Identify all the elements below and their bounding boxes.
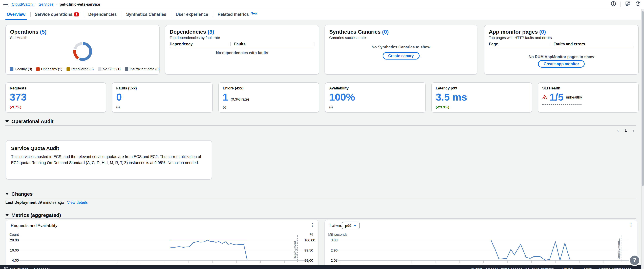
kpi-faults-label: Faults (5xx) [112, 83, 212, 90]
kpi-availability-label: Availability [325, 83, 425, 90]
notification-badge: 1 [74, 13, 79, 17]
dependencies-card: Dependencies (3) Top dependencies by fau… [165, 25, 319, 75]
tab-service-operations-label: Service operations [35, 12, 72, 17]
feedback-button[interactable]: Feedback [34, 267, 50, 269]
tab-synthetics-canaries[interactable]: Synthetics Canaries [122, 9, 171, 20]
settings-hexagon-icon[interactable] [635, 1, 641, 8]
tab-user-experience[interactable]: User experience [171, 9, 213, 20]
legend-item: No SLO (1) [98, 67, 120, 71]
tab-related-metrics[interactable]: Related metrics New [213, 9, 262, 20]
page-scrollbar[interactable] [641, 9, 644, 269]
legend-swatch [125, 67, 128, 71]
app-monitor-count[interactable]: (0) [539, 29, 546, 35]
synthetics-count[interactable]: (0) [382, 29, 389, 35]
sli-health-value-group[interactable]: 1/5 unhealthy [542, 92, 582, 105]
legend-swatch [98, 67, 102, 71]
tab-bar: Overview Service operations 1 Dependenci… [0, 9, 641, 20]
kpi-availability-value: 100% [329, 92, 355, 103]
kpi-latency-delta: (-23.3%) [436, 105, 449, 109]
requests-availability-chart[interactable]: 09:0009:0509:1009:1509:2009:2509:3009:35… [6, 220, 318, 269]
next-page-icon[interactable]: › [632, 128, 634, 133]
changes-title: Changes [12, 191, 33, 197]
kpi-value-text: 1 [223, 92, 228, 103]
operations-count[interactable]: (5) [40, 29, 46, 35]
dependencies-count[interactable]: (3) [208, 29, 214, 35]
tab-service-operations[interactable]: Service operations 1 [30, 9, 84, 20]
changes-section-header[interactable]: Changes [6, 191, 33, 197]
cookie-preferences-link[interactable]: Cookie preferences [599, 267, 631, 269]
column-page[interactable]: Page [489, 42, 550, 46]
column-dependency[interactable]: Dependency [170, 42, 230, 46]
legend-label: Unhealthy (1) [41, 67, 62, 71]
kpi-sli-health-card: SLI Health 1/5 unhealthy [538, 82, 638, 113]
view-details-link[interactable]: View details [67, 200, 88, 204]
sli-health-ratio: 1/5 [550, 92, 564, 102]
chart-canvas: 09:0009:0509:1009:1509:2009:2509:3009:35… [6, 220, 318, 269]
kpi-errors-rate: (0.3% rate) [230, 97, 249, 101]
column-faults[interactable]: Faults [230, 42, 314, 46]
breadcrumb-current-service: pet-clinic-vets-service [60, 2, 100, 7]
previous-page-icon[interactable]: ‹ [617, 128, 619, 133]
latency-chart[interactable]: 09:0009:0509:1009:1509:2009:2509:3009:35… [325, 220, 637, 269]
kpi-requests-value: 373 [10, 92, 26, 103]
y-axis-label-left: Milliseconds [328, 232, 347, 236]
operations-card-title: Operations (5) [6, 25, 159, 35]
chart-canvas: 09:0009:0509:1009:1509:2009:2509:3009:35… [325, 220, 637, 269]
latency-chart-card: Latency p99 ⋮ 09:0009:0509:1009:1509:200… [324, 220, 637, 269]
tab-synthetics-canaries-label: Synthetics Canaries [126, 12, 166, 17]
scrollbar-thumb[interactable] [642, 11, 644, 186]
tab-overview-label: Overview [7, 12, 25, 17]
help-button[interactable]: ? [629, 254, 640, 266]
cloudshell-label: CloudShell [10, 267, 28, 269]
dependencies-table-header: Dependency Faults [170, 42, 314, 49]
breadcrumb-services[interactable]: Services [39, 2, 54, 7]
operational-audit-section-header[interactable]: Operational Audit [6, 118, 54, 124]
dependencies-card-title: Dependencies (3) [165, 25, 319, 35]
kpi-faults-value: 0 [116, 92, 122, 103]
legend-item: Insufficient data (0) [125, 67, 160, 71]
diagnostics-tools-icon[interactable] [625, 1, 631, 8]
new-tag: New [250, 11, 257, 15]
create-app-monitor-button[interactable]: Create app monitor [538, 60, 585, 68]
pagination: ‹ 1 › [617, 128, 634, 133]
sli-health-donut-chart[interactable] [73, 42, 92, 61]
column-faults-errors[interactable]: Faults and errors [550, 42, 634, 46]
synthetics-title-text: Synthetics Canaries [329, 29, 380, 35]
app-monitor-card-title: App monitor pages (0) [484, 25, 638, 35]
kpi-errors-value: 1 (0.3% rate) [223, 92, 249, 103]
metrics-section-header[interactable]: Metrics (aggregated) [6, 212, 61, 218]
kpi-value-text: 3.5 ms [436, 92, 467, 103]
donut-hole [76, 45, 89, 58]
donut-legend: Healthy (3) Unhealthy (1) Recovered (0) … [10, 67, 160, 71]
page-number[interactable]: 1 [624, 128, 627, 133]
footer-legal: © 2025, Amazon Web Services, Inc. or its… [471, 267, 631, 269]
last-deployment-time: 39 minutes ago [38, 200, 64, 204]
legend-swatch [10, 67, 14, 71]
tab-dependencies-label: Dependencies [88, 12, 117, 17]
y-tick-label: 2.08 [326, 258, 338, 262]
console-footer: CloudShell Feedback © 2025, Amazon Web S… [0, 265, 644, 269]
legend-item: Unhealthy (1) [36, 67, 62, 71]
create-canary-button[interactable]: Create canary [382, 52, 420, 60]
app-monitor-title-text: App monitor pages [489, 29, 538, 35]
cloudshell-button[interactable]: CloudShell [4, 267, 28, 269]
y-axis-label-left: Count [10, 232, 19, 236]
tab-dependencies[interactable]: Dependencies [84, 9, 122, 20]
breadcrumb-cloudwatch[interactable]: CloudWatch [12, 2, 32, 7]
terminal-icon [4, 267, 8, 269]
info-icon[interactable] [611, 1, 616, 8]
kpi-value-text: 0 [116, 92, 122, 103]
legend-swatch [67, 67, 70, 71]
y-tick-label: 99.00 [304, 258, 316, 262]
tab-overview[interactable]: Overview [2, 9, 30, 20]
terms-link[interactable]: Terms [582, 267, 592, 269]
legend-label: Recovered (0) [72, 67, 94, 71]
kpi-errors-label: Errors (4xx) [219, 83, 319, 90]
app-monitor-subtitle: Top pages with HTTP faults and errors [484, 35, 638, 40]
y-tick-label: 28.00 [7, 238, 19, 242]
privacy-link[interactable]: Privacy [562, 267, 574, 269]
legend-item: Healthy (3) [10, 67, 32, 71]
legend-item: Recovered (0) [67, 67, 94, 71]
app-monitor-table-header: Page Faults and errors [489, 42, 634, 49]
hamburger-menu-icon[interactable] [3, 3, 8, 6]
